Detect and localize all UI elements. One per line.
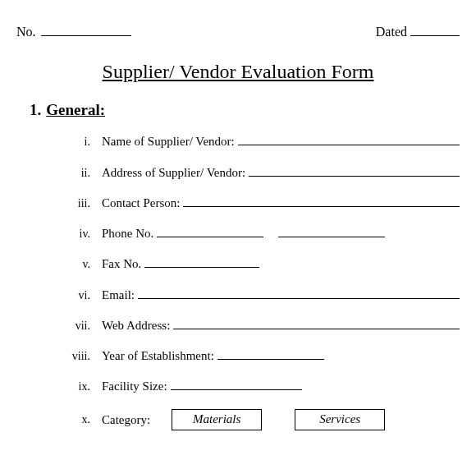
section-number: 1. [30, 101, 41, 119]
field-label: Facility Size: [102, 380, 167, 393]
roman-numeral: iv. [49, 228, 90, 241]
phone-blanks [157, 226, 385, 237]
dated-blank[interactable] [410, 23, 460, 36]
field-year-establishment: viii. Year of Establishment: [49, 348, 460, 363]
field-email: vi. Email: [49, 287, 460, 301]
field-name-supplier: i. Name of Supplier/ Vendor: [49, 134, 460, 149]
field-web-address: vii. Web Address: [49, 318, 460, 333]
roman-numeral: v. [49, 258, 90, 271]
field-category: x. Category: Materials Services [49, 409, 460, 430]
section-heading: 1.General: [30, 101, 460, 119]
phone-blank-2[interactable] [278, 226, 385, 237]
no-field: No. [16, 23, 131, 39]
category-materials-button[interactable]: Materials [172, 409, 262, 430]
category-options: Materials Services [172, 409, 385, 430]
field-label: Year of Establishment: [102, 349, 214, 363]
roman-numeral: viii. [49, 350, 90, 363]
no-label: No. [16, 25, 36, 39]
field-label: Email: [102, 288, 135, 302]
field-list: i. Name of Supplier/ Vendor: ii. Address… [49, 134, 460, 430]
category-services-button[interactable]: Services [295, 409, 385, 430]
field-blank[interactable] [138, 287, 460, 298]
header-row: No. Dated [16, 23, 460, 39]
field-label: Web Address: [102, 319, 170, 333]
field-phone: iv. Phone No. [49, 226, 460, 241]
field-label: Category: [102, 413, 150, 427]
field-blank[interactable] [238, 134, 460, 145]
field-contact-person: iii. Contact Person: [49, 196, 460, 210]
field-blank[interactable] [173, 318, 460, 329]
section-name: General: [46, 101, 105, 118]
field-facility-size: ix. Facility Size: [49, 379, 460, 393]
field-fax: v. Fax No. [49, 256, 460, 271]
field-label: Phone No. [102, 227, 153, 241]
field-label: Name of Supplier/ Vendor: [102, 135, 235, 149]
roman-numeral: vi. [49, 289, 90, 302]
phone-blank-1[interactable] [157, 226, 263, 237]
roman-numeral: iii. [49, 197, 90, 210]
roman-numeral: i. [49, 136, 90, 149]
dated-label: Dated [376, 25, 407, 39]
field-blank[interactable] [171, 379, 302, 390]
roman-numeral: ix. [49, 380, 90, 393]
roman-numeral: x. [49, 413, 90, 426]
field-blank[interactable] [217, 348, 324, 360]
no-blank[interactable] [41, 23, 131, 36]
field-label: Fax No. [102, 257, 141, 271]
field-blank[interactable] [183, 196, 460, 207]
form-title: Supplier/ Vendor Evaluation Form [16, 61, 460, 83]
dated-field: Dated [376, 23, 460, 39]
field-label: Address of Supplier/ Vendor: [102, 166, 245, 180]
roman-numeral: vii. [49, 320, 90, 333]
roman-numeral: ii. [49, 167, 90, 180]
field-address-supplier: ii. Address of Supplier/ Vendor: [49, 164, 460, 179]
field-label: Contact Person: [102, 196, 180, 210]
field-blank[interactable] [144, 256, 259, 268]
field-blank[interactable] [249, 164, 460, 176]
